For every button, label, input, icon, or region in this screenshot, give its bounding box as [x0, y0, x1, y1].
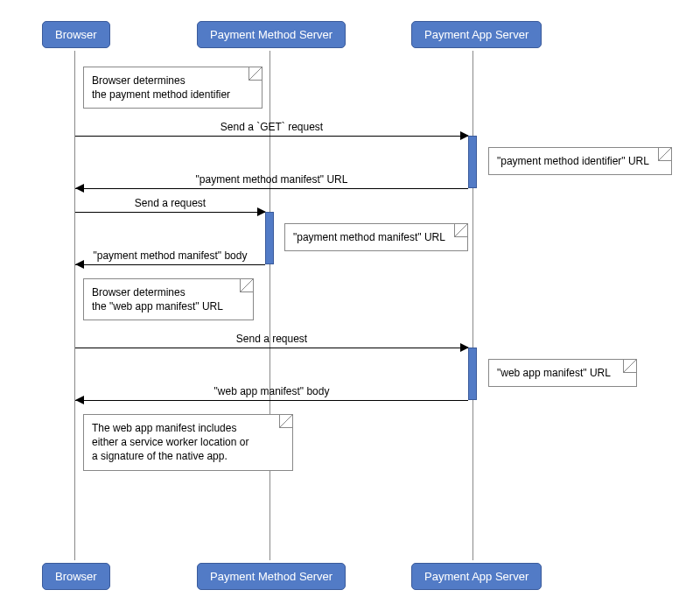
msg-send-get-label: Send a `GET` request: [75, 121, 468, 133]
note-line: the "web app manifest" URL: [92, 300, 223, 313]
activation-pas-2: [468, 348, 477, 400]
lifeline-pas: [472, 51, 473, 560]
label: Browser: [55, 570, 97, 583]
note-line: a signature of the native app.: [92, 450, 228, 462]
note-line: "payment method manifest" URL: [293, 231, 445, 243]
activation-pas-1: [468, 136, 477, 188]
note-line: Browser determines: [92, 74, 186, 87]
msg-send-req-pas-label: Send a request: [75, 333, 468, 345]
note-line: either a service worker location or: [92, 436, 248, 448]
msg-pmm-body-label: "payment method manifest" body: [75, 249, 265, 262]
note-pmi-url: "payment method identifier" URL: [488, 147, 672, 175]
msg-send-req-pas-line: [75, 348, 468, 348]
note-fold-icon: [659, 148, 671, 160]
sequence-diagram: Browser Payment Method Server Payment Ap…: [0, 0, 700, 611]
note-line: "web app manifest" URL: [497, 367, 611, 379]
participant-browser-top: Browser: [42, 21, 110, 48]
label: Payment Method Server: [210, 570, 332, 583]
label: Payment Method Server: [210, 28, 332, 41]
note-line: The web app manifest includes: [92, 422, 236, 434]
label: Payment App Server: [424, 28, 528, 41]
note-browser-determines-pmi: Browser determines the payment method id…: [83, 67, 262, 109]
participant-pas-bottom: Payment App Server: [411, 563, 542, 590]
msg-send-get-line: [75, 136, 468, 137]
note-line: Browser determines: [92, 286, 186, 298]
note-pmm-url: "payment method manifest" URL: [284, 223, 468, 251]
note-line: "payment method identifier" URL: [497, 155, 649, 167]
note-wam-includes: The web app manifest includes either a s…: [83, 414, 293, 471]
arrow-icon: [75, 260, 84, 269]
note-line: the payment method identifier: [92, 88, 230, 101]
label: Payment App Server: [424, 570, 528, 583]
msg-send-req-pms-label: Send a request: [75, 197, 265, 209]
msg-send-req-pms-line: [75, 212, 265, 213]
label: Browser: [55, 28, 97, 41]
note-fold-icon: [280, 415, 292, 427]
participant-browser-bottom: Browser: [42, 563, 110, 590]
msg-wam-body-line: [75, 400, 468, 401]
participant-pms-bottom: Payment Method Server: [197, 563, 346, 590]
participant-pas-top: Payment App Server: [411, 21, 542, 48]
msg-pmm-body-line: [75, 264, 265, 265]
note-fold-icon: [241, 279, 253, 291]
participant-pms-top: Payment Method Server: [197, 21, 346, 48]
activation-pms-1: [265, 212, 274, 264]
note-fold-icon: [455, 224, 467, 236]
note-fold-icon: [249, 67, 262, 80]
note-wam-url: "web app manifest" URL: [488, 359, 637, 387]
arrow-icon: [75, 184, 84, 193]
msg-pmm-url-line: [75, 188, 468, 189]
arrow-icon: [75, 396, 84, 404]
msg-wam-body-label: "web app manifest" body: [75, 385, 468, 397]
note-browser-determines-wam: Browser determines the "web app manifest…: [83, 278, 254, 320]
msg-pmm-url-label: "payment method manifest" URL: [75, 173, 468, 186]
note-fold-icon: [624, 360, 636, 372]
